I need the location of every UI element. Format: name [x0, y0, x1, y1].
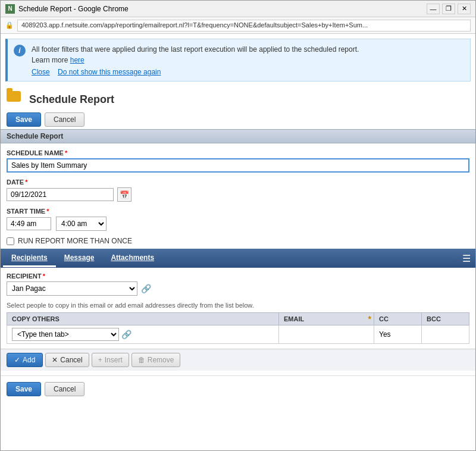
save-button-top[interactable]: Save: [7, 112, 41, 127]
section-header: Schedule Report: [1, 129, 475, 143]
date-group: DATE* 📅: [7, 178, 469, 202]
copy-type-dropdown[interactable]: <Type then tab>: [12, 328, 119, 341]
date-row: 📅: [7, 187, 469, 202]
start-time-input[interactable]: [7, 217, 51, 230]
copy-others-table: COPY OTHERS EMAIL * CC BCC: [7, 312, 469, 344]
minimize-button[interactable]: —: [427, 4, 440, 14]
window-controls: — ❐ ✕: [427, 4, 471, 14]
info-icon: i: [14, 45, 26, 57]
time-required-star: *: [46, 208, 49, 215]
tabs-menu-icon[interactable]: ☰: [460, 250, 473, 267]
restore-button[interactable]: ❐: [442, 4, 455, 14]
recipient-dropdown[interactable]: Jan Pagac: [7, 281, 137, 296]
time-dropdown[interactable]: 4:00 am 5:00 am 6:00 am: [56, 217, 107, 231]
trash-icon: 🗑: [138, 356, 145, 364]
cancel-button-bottom[interactable]: Cancel: [45, 382, 84, 396]
page-title: Schedule Report: [29, 93, 114, 106]
info-banner: i All footer filters that were applied d…: [5, 39, 471, 82]
recipient-required-star: *: [43, 273, 45, 280]
cancel-button-top[interactable]: Cancel: [45, 112, 84, 127]
recipient-input-row: Jan Pagac 🔗: [7, 281, 469, 296]
form-area: SCHEDULE NAME* DATE* 📅 START TIME* 4:00 …: [1, 143, 475, 249]
start-time-label: START TIME*: [7, 208, 469, 215]
page-icon: [7, 91, 23, 108]
run-report-row: RUN REPORT MORE THAN ONCE: [7, 237, 469, 245]
page-header: Schedule Report: [1, 86, 475, 110]
copy-cc-cell: Yes: [374, 325, 422, 344]
cancel-row-button[interactable]: ✕ Cancel: [45, 353, 89, 367]
top-button-row: Save Cancel: [1, 110, 475, 129]
window-title: Schedule Report - Google Chrome: [18, 5, 423, 13]
copy-email-cell: [279, 325, 374, 344]
schedule-name-input[interactable]: [7, 158, 469, 173]
checkmark-icon: ✓: [14, 356, 20, 364]
lock-icon: 🔒: [5, 21, 14, 29]
run-report-checkbox[interactable]: [7, 237, 14, 245]
banner-close-link[interactable]: Close: [32, 68, 50, 76]
calendar-button[interactable]: 📅: [117, 187, 131, 202]
close-button[interactable]: ✕: [458, 4, 471, 14]
copy-external-link-icon[interactable]: 🔗: [121, 330, 131, 339]
date-required-star: *: [25, 178, 27, 186]
cc-header: CC: [374, 313, 422, 325]
banner-no-show-link[interactable]: Do not show this message again: [58, 68, 161, 76]
banner-close-row: Close Do not show this message again: [32, 68, 359, 76]
remove-button[interactable]: 🗑 Remove: [131, 353, 181, 367]
recipient-external-link-icon[interactable]: 🔗: [141, 284, 151, 293]
recipient-group: RECIPIENT* Jan Pagac 🔗: [7, 273, 469, 296]
time-row: 4:00 am 5:00 am 6:00 am: [7, 217, 469, 231]
action-buttons-row: ✓ Add ✕ Cancel + Insert 🗑 Remove: [1, 349, 475, 371]
run-report-label: RUN REPORT MORE THAN ONCE: [18, 237, 132, 245]
add-button[interactable]: ✓ Add: [7, 353, 43, 367]
insert-button[interactable]: + Insert: [92, 353, 129, 367]
x-icon: ✕: [52, 356, 58, 364]
title-bar: N Schedule Report - Google Chrome — ❐ ✕: [1, 1, 475, 17]
date-input[interactable]: [7, 188, 114, 201]
bcc-header: BCC: [422, 313, 469, 325]
copy-others-header: COPY OTHERS: [7, 313, 279, 325]
banner-text: All footer filters that were applied dur…: [32, 45, 359, 54]
learn-more-prefix: Learn more: [32, 56, 70, 64]
email-required-star: *: [368, 314, 371, 324]
tab-attachments[interactable]: Attachments: [102, 250, 162, 267]
bottom-button-row: Save Cancel: [1, 375, 475, 402]
schedule-name-label: SCHEDULE NAME*: [7, 149, 469, 156]
address-bar: 🔒 4089203.app.f.netsuite.com/app/reporti…: [1, 17, 475, 34]
copy-type-cell: <Type then tab> 🔗: [7, 325, 279, 344]
save-button-bottom[interactable]: Save: [7, 382, 41, 396]
copy-others-row: <Type then tab> 🔗 Yes: [7, 325, 469, 344]
info-content: All footer filters that were applied dur…: [32, 44, 359, 76]
plus-icon: +: [98, 356, 102, 364]
url-bar[interactable]: 4089203.app.f.netsuite.com/app/reporting…: [17, 20, 471, 32]
type-input-cell: <Type then tab> 🔗: [12, 328, 274, 341]
info-text: All footer filters that were applied dur…: [32, 44, 359, 65]
learn-more-link[interactable]: here: [70, 56, 84, 64]
tab-recipients[interactable]: Recipients: [3, 250, 56, 267]
tabs-container: Recipients Message Attachments ☰ RECIPIE…: [1, 249, 475, 371]
email-header: EMAIL *: [279, 313, 374, 325]
app-icon: N: [5, 4, 15, 14]
folder-icon: [7, 91, 21, 102]
tabs-header: Recipients Message Attachments ☰: [1, 249, 475, 268]
copy-info-text: Select people to copy in this email or a…: [7, 302, 469, 309]
recipients-area: RECIPIENT* Jan Pagac 🔗 Select people to …: [1, 268, 475, 349]
start-time-group: START TIME* 4:00 am 5:00 am 6:00 am: [7, 208, 469, 231]
tab-message[interactable]: Message: [56, 250, 103, 267]
required-star: *: [65, 149, 67, 156]
copy-bcc-cell: [422, 325, 469, 344]
date-label: DATE*: [7, 178, 469, 186]
recipient-label: RECIPIENT*: [7, 273, 469, 280]
schedule-name-group: SCHEDULE NAME*: [7, 149, 469, 173]
